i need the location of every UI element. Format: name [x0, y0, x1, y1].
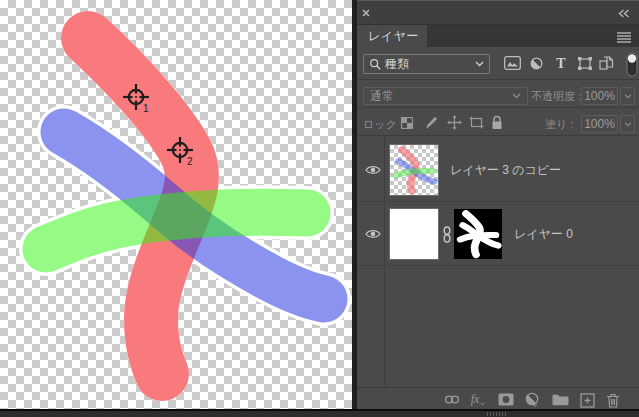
- add-mask-button[interactable]: [497, 393, 514, 406]
- chevron-down-icon: [624, 94, 632, 99]
- new-layer-button[interactable]: [579, 392, 595, 408]
- filter-toggle[interactable]: [625, 51, 638, 77]
- lock-label: ロック :: [363, 117, 403, 132]
- filter-shape-icon[interactable]: [576, 55, 593, 71]
- marker-label: 2: [187, 156, 193, 167]
- layer-row[interactable]: レイヤー 3 のコピー: [357, 138, 639, 202]
- close-icon[interactable]: [361, 8, 371, 18]
- blend-row: 通常 不透明度 : 100%: [357, 80, 639, 108]
- filter-row: 種類 T: [357, 47, 639, 80]
- layer-style-button[interactable]: fx: [469, 392, 487, 407]
- window-bottom-edge: [0, 409, 639, 417]
- panel-header: [357, 1, 639, 25]
- layer-thumbnail[interactable]: [390, 209, 438, 259]
- fill-chevron[interactable]: [620, 115, 635, 133]
- filter-adjustment-icon[interactable]: [528, 55, 544, 71]
- filter-smart-object-icon[interactable]: [598, 54, 614, 71]
- layer-row[interactable]: レイヤー 0: [357, 202, 639, 266]
- fill-value: 100%: [584, 117, 615, 131]
- document-canvas[interactable]: 1 2: [0, 0, 352, 409]
- link-layers-button[interactable]: [443, 393, 460, 405]
- opacity-label: 不透明度 :: [531, 89, 581, 104]
- blend-mode-select[interactable]: 通常: [363, 87, 528, 105]
- chevron-down-icon: [512, 93, 521, 99]
- lock-move-icon[interactable]: [447, 115, 462, 130]
- fill-label: 塗り :: [545, 117, 573, 132]
- lock-paint-icon[interactable]: [424, 115, 438, 130]
- new-group-button[interactable]: [551, 393, 569, 406]
- tab-layers-label: レイヤー: [368, 28, 419, 45]
- svg-text:T: T: [556, 56, 566, 71]
- lock-all-icon[interactable]: [490, 114, 503, 130]
- layers-panel: レイヤー 種類 T 通常: [357, 0, 639, 409]
- panel-bottom-bar: fx: [357, 387, 639, 410]
- marker-label: 1: [143, 103, 149, 114]
- opacity-field[interactable]: 100%: [581, 87, 618, 105]
- layer-thumbnail[interactable]: [390, 145, 438, 195]
- layers-list: レイヤー 3 のコピー レイヤー 0: [357, 136, 639, 387]
- eye-icon[interactable]: [365, 228, 381, 240]
- chevron-down-icon: [624, 122, 632, 127]
- panel-menu-icon[interactable]: [616, 31, 632, 43]
- opacity-chevron[interactable]: [620, 87, 635, 105]
- filter-type-label: 種類: [385, 56, 409, 73]
- lock-artboard-icon[interactable]: [469, 116, 484, 129]
- lock-row: ロック : 塗り : 100%: [357, 108, 639, 136]
- panel-resize-grip[interactable]: [487, 412, 507, 416]
- layer-name[interactable]: レイヤー 0: [514, 225, 573, 242]
- panel-tab-bar: レイヤー: [357, 25, 639, 47]
- layer-name[interactable]: レイヤー 3 のコピー: [450, 161, 561, 178]
- mask-thumbnail[interactable]: [454, 209, 502, 259]
- chevron-down-icon: [475, 61, 484, 67]
- filter-type-dropdown[interactable]: 種類: [363, 54, 490, 74]
- eye-icon[interactable]: [365, 164, 381, 176]
- filter-type-text-icon[interactable]: T: [553, 54, 568, 71]
- fill-field[interactable]: 100%: [581, 115, 618, 133]
- delete-layer-button[interactable]: [605, 392, 620, 408]
- adjustment-layer-button[interactable]: [523, 392, 541, 408]
- blend-mode-value: 通常: [370, 88, 394, 105]
- search-icon: [369, 58, 381, 70]
- lock-transparent-icon[interactable]: [400, 116, 413, 129]
- filter-pixel-layers-icon[interactable]: [503, 55, 521, 71]
- opacity-value: 100%: [584, 89, 615, 103]
- tab-layers[interactable]: レイヤー: [357, 25, 427, 47]
- brush-strokes: 1 2: [0, 0, 352, 409]
- mask-link-icon[interactable]: [441, 225, 452, 243]
- collapse-icon[interactable]: [617, 8, 631, 18]
